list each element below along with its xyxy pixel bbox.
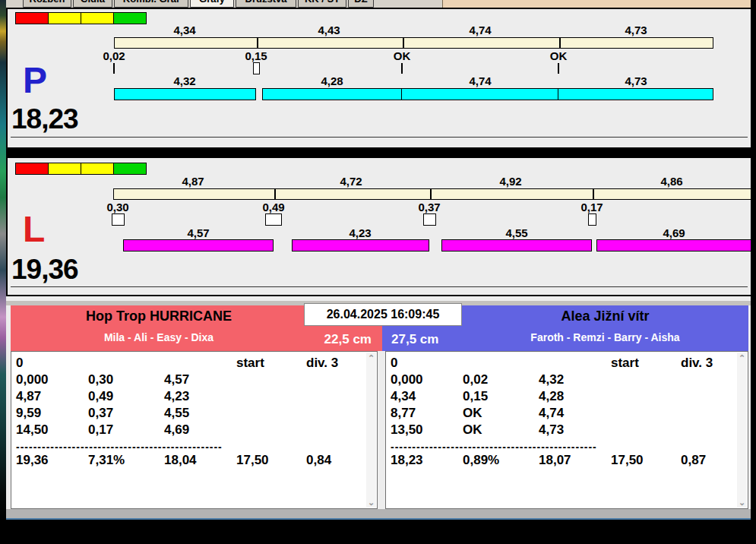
lane-total-time: 19,36 (11, 254, 78, 286)
division-label: div. 3 (681, 356, 713, 371)
scrollbar[interactable]: ⌃ ⌄ (737, 353, 747, 508)
table-cell: 8,77 (391, 406, 416, 421)
table-cell: 4,74 (539, 406, 564, 421)
run-bar (292, 239, 429, 251)
scroll-down-icon[interactable]: ⌄ (737, 497, 747, 508)
table-cell: 0,17 (88, 422, 113, 438)
total-time: 18,23 (391, 453, 423, 468)
light-yellow1 (48, 163, 81, 175)
split-marker-tick (558, 63, 559, 74)
tab-bar-filler (442, 0, 751, 8)
lane-letter: P (23, 62, 47, 99)
jump-height: 27,5 cm (391, 332, 438, 347)
ruler-divider (257, 38, 258, 48)
table-cell: 0,37 (88, 406, 113, 421)
table-cell: 0,49 (88, 389, 113, 404)
percent-value: 7,31% (88, 453, 125, 468)
segment-time-label: 4,73 (606, 24, 666, 36)
split-marker-checkbox[interactable] (588, 213, 596, 226)
team-members: Mila - Ali - Easy - Dixa (11, 331, 307, 343)
table-cell: 18,04 (164, 453, 197, 468)
scroll-down-icon[interactable]: ⌄ (366, 497, 376, 508)
table-cell: 13,50 (391, 422, 423, 438)
table-cell: 0,15 (463, 389, 488, 404)
changeover-time-label: 0,30 (87, 201, 148, 213)
table-cell: 18,07 (539, 453, 571, 468)
light-green (113, 163, 147, 175)
desktop-edge (0, 0, 6, 520)
percent-value: 0,89% (463, 453, 499, 468)
ruler-divider (593, 189, 594, 199)
tab-dz[interactable]: DZ (348, 0, 374, 8)
results-table-left: 0 start div. 3 0,000 0,30 4,57 4,87 0,49… (11, 351, 378, 509)
start-column-label: start (611, 356, 639, 371)
light-green (113, 12, 147, 24)
run-time-label: 4,69 (644, 226, 704, 239)
total-time: 19,36 (16, 453, 49, 468)
tab-cidla[interactable]: Čidla (73, 0, 112, 8)
tab-rozbeh[interactable]: Rozběh (23, 0, 71, 8)
table-cell: 4,34 (391, 389, 416, 404)
segment-time-label: 4,34 (154, 24, 215, 36)
table-cell: OK (463, 422, 482, 438)
run-bar (123, 239, 274, 251)
table-cell: 4,87 (16, 389, 41, 404)
scroll-up-icon[interactable]: ⌃ (737, 353, 747, 363)
table-cell: 0,000 (391, 372, 423, 387)
table-cell: 0 (16, 356, 23, 371)
screen-right-edge (751, 0, 756, 544)
divider-line (11, 137, 748, 138)
division-label: div. 3 (306, 356, 338, 371)
scrollbar[interactable]: ⌃ ⌄ (366, 353, 376, 508)
changeover-time-label: OK (372, 49, 432, 62)
table-cell: 0 (391, 356, 397, 371)
tab-druzstva[interactable]: Družstva (236, 0, 296, 8)
table-cell: 14,50 (16, 422, 49, 438)
table-cell: 0,000 (16, 372, 49, 387)
split-marker-checkbox[interactable] (423, 213, 436, 226)
table-cell: 0,02 (463, 372, 488, 387)
segment-time-label: 4,72 (321, 175, 381, 188)
scroll-up-icon[interactable]: ⌃ (366, 353, 376, 363)
split-marker-checkbox[interactable] (265, 213, 282, 226)
segment-ruler (114, 37, 713, 49)
start-column-label: start (236, 356, 264, 371)
team-name: Alea Jižní vítr (462, 308, 748, 324)
table-cell: 4,55 (164, 406, 189, 421)
split-marker-checkbox[interactable] (112, 213, 125, 226)
table-cell: 0,84 (306, 453, 331, 468)
light-yellow1 (48, 12, 81, 24)
table-cell: 4,32 (539, 372, 564, 387)
lane-letter: L (23, 211, 45, 248)
tab-kk-st[interactable]: KK / ST (298, 0, 346, 8)
segment-time-label: 4,86 (641, 175, 702, 188)
changeover-time-label: 0,37 (399, 201, 460, 213)
lane-l-panel: L 4,87 4,72 4,92 4,86 0,30 0,49 0,37 0,1… (6, 157, 752, 296)
run-time-label: 4,74 (450, 74, 511, 87)
run-time-label: 4,55 (486, 226, 547, 239)
segment-time-label: 4,92 (480, 175, 541, 188)
light-red (15, 163, 49, 175)
lane-separator (6, 147, 752, 157)
window-bottom-strip (6, 509, 751, 520)
changeover-time-label: 0,17 (561, 201, 622, 213)
table-cell: 4,69 (164, 422, 189, 438)
run-bar (114, 88, 256, 100)
lane-p-panel: P 4,34 4,43 4,74 4,73 0,02 0,15 OK OK 4,… (6, 8, 752, 149)
run-bar (401, 88, 558, 100)
split-marker-tick (401, 63, 403, 74)
tab-kombi-graf[interactable]: Kombi. Graf (114, 0, 188, 8)
changeover-time-label: 0,49 (243, 201, 304, 213)
tab-grafy[interactable]: Grafy (190, 0, 234, 8)
table-cell: 0,30 (88, 372, 113, 387)
run-bar (596, 239, 751, 251)
table-cell: 4,57 (164, 372, 189, 387)
split-marker-checkbox[interactable] (253, 62, 260, 74)
ruler-divider (430, 189, 432, 199)
segment-ruler (113, 188, 751, 200)
table-cell: 17,50 (611, 453, 644, 468)
table-cell: 17,50 (236, 453, 269, 468)
table-cell: 4,73 (539, 422, 564, 438)
ruler-divider (274, 189, 276, 199)
run-time-label: 4,57 (168, 226, 229, 239)
